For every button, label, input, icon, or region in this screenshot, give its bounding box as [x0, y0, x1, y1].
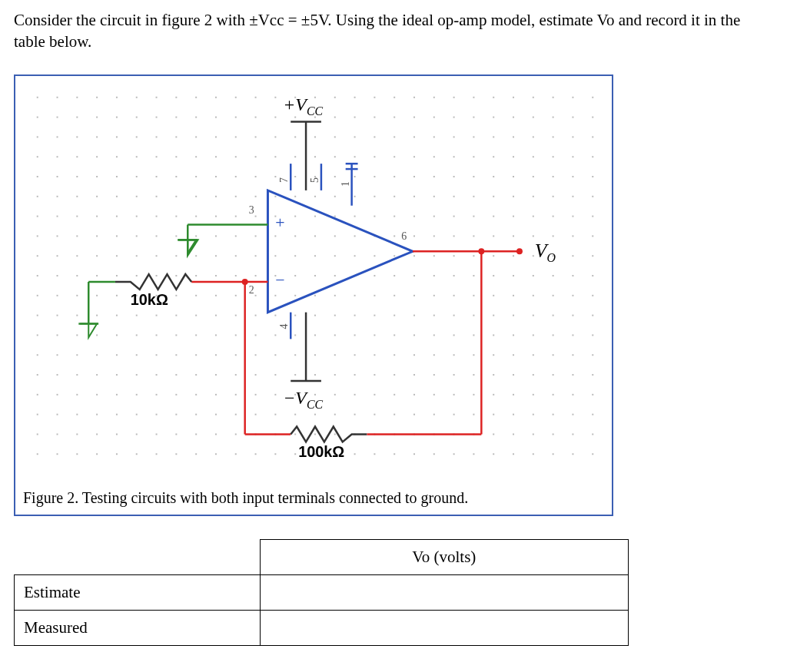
plus-terminal: +: [275, 214, 284, 232]
pin2-label: 2: [249, 284, 254, 296]
pin1-label: 1: [340, 181, 351, 187]
row-estimate-value[interactable]: [260, 574, 628, 610]
pin6-label: 6: [401, 230, 407, 242]
table-header-vo: Vo (volts): [260, 539, 628, 574]
circuit-diagram: +VCC −VCC 7 5 1 4 3 2 6 + −: [15, 76, 612, 485]
row-measured-label: Measured: [15, 610, 261, 645]
row-estimate-label: Estimate: [15, 574, 261, 610]
figure-container: +VCC −VCC 7 5 1 4 3 2 6 + −: [14, 74, 613, 516]
row-measured-value[interactable]: [260, 610, 628, 645]
table-empty-header: [15, 539, 261, 574]
results-table: Vo (volts) Estimate Measured: [14, 539, 629, 646]
pin3-label: 3: [249, 204, 254, 215]
r2-label: 100kΩ: [298, 443, 344, 460]
minus-terminal: −: [275, 271, 284, 290]
svg-point-30: [478, 248, 484, 254]
r1-label: 10kΩ: [131, 290, 168, 307]
pin5-label: 5: [309, 177, 320, 183]
problem-statement: Consider the circuit in figure 2 with ±V…: [14, 9, 773, 53]
pin4-label: 4: [278, 323, 290, 329]
svg-point-31: [516, 248, 523, 254]
pin7-label: 7: [278, 177, 290, 183]
figure-caption: Figure 2. Testing circuits with both inp…: [15, 485, 612, 515]
